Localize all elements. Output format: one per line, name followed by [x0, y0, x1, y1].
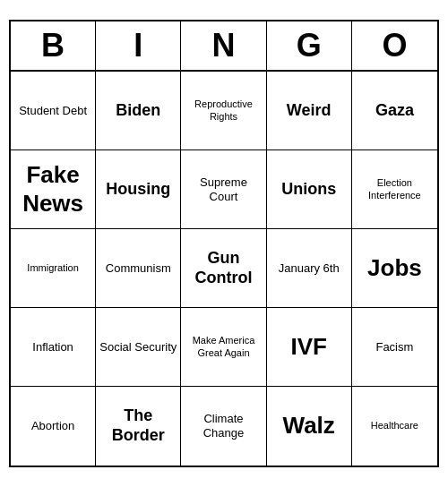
- bingo-cell-23: Walz: [267, 387, 352, 466]
- bingo-cell-24: Healthcare: [352, 387, 437, 466]
- bingo-letter-i: I: [96, 21, 181, 70]
- bingo-letter-o: O: [352, 21, 437, 70]
- bingo-cell-16: Social Security: [96, 308, 181, 387]
- bingo-letter-n: N: [181, 21, 266, 70]
- bingo-cell-13: January 6th: [267, 229, 352, 308]
- bingo-letter-g: G: [267, 21, 352, 70]
- bingo-cell-18: IVF: [267, 308, 352, 387]
- bingo-cell-0: Student Debt: [11, 72, 96, 150]
- bingo-cell-12: Gun Control: [181, 229, 266, 308]
- bingo-cell-8: Unions: [267, 150, 352, 229]
- bingo-cell-3: Weird: [267, 72, 352, 150]
- bingo-cell-22: Climate Change: [181, 387, 266, 466]
- bingo-header: BINGO: [11, 21, 437, 72]
- bingo-grid: Student DebtBidenReproductive RightsWeir…: [11, 72, 437, 466]
- bingo-cell-7: Supreme Court: [181, 150, 266, 229]
- bingo-cell-15: Inflation: [11, 308, 96, 387]
- bingo-cell-17: Make America Great Again: [181, 308, 266, 387]
- bingo-card: BINGO Student DebtBidenReproductive Righ…: [9, 20, 439, 467]
- bingo-cell-19: Facism: [352, 308, 437, 387]
- bingo-cell-2: Reproductive Rights: [181, 72, 266, 150]
- bingo-cell-5: Fake News: [11, 150, 96, 229]
- bingo-cell-20: Abortion: [11, 387, 96, 466]
- bingo-cell-11: Communism: [96, 229, 181, 308]
- bingo-cell-21: The Border: [96, 387, 181, 466]
- bingo-cell-9: Election Interference: [352, 150, 437, 229]
- bingo-cell-14: Jobs: [352, 229, 437, 308]
- bingo-cell-10: Immigration: [11, 229, 96, 308]
- bingo-letter-b: B: [11, 21, 96, 70]
- bingo-cell-6: Housing: [96, 150, 181, 229]
- bingo-cell-1: Biden: [96, 72, 181, 150]
- bingo-cell-4: Gaza: [352, 72, 437, 150]
